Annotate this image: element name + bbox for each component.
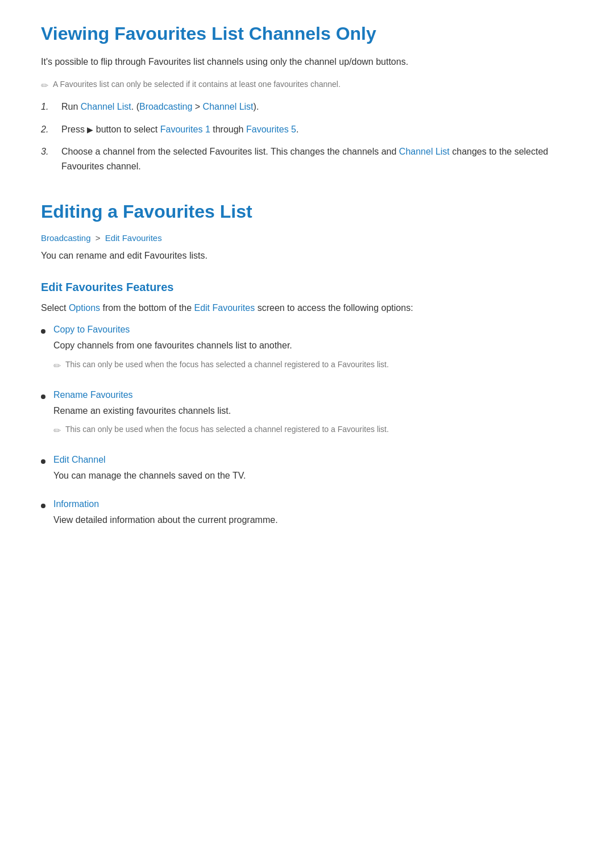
information-title: Information bbox=[53, 499, 573, 509]
breadcrumb: Broadcasting > Edit Favourites bbox=[41, 233, 573, 243]
information-content: Information View detailed information ab… bbox=[53, 499, 573, 532]
step-3: Choose a channel from the selected Favou… bbox=[41, 144, 573, 173]
play-icon: ▶ bbox=[87, 123, 93, 136]
copy-note-text: This can only be used when the focus has… bbox=[65, 359, 389, 371]
information-link[interactable]: Information bbox=[53, 499, 99, 509]
copy-desc: Copy channels from one favourites channe… bbox=[53, 338, 573, 353]
channel-list-link-1[interactable]: Channel List bbox=[81, 102, 131, 111]
bullet-dot-rename bbox=[41, 394, 45, 399]
edit-favourites-features-subsection: Edit Favourites Features Select Options … bbox=[41, 281, 573, 531]
list-item-copy: Copy to Favourites Copy channels from on… bbox=[41, 325, 573, 379]
section1-note: ✏ A Favourites list can only be selected… bbox=[41, 78, 573, 93]
bullet-dot-copy bbox=[41, 329, 45, 334]
rename-content: Rename Favourites Rename an existing fav… bbox=[53, 390, 573, 444]
broadcasting-link-1[interactable]: Broadcasting bbox=[139, 102, 192, 111]
pencil-icon: ✏ bbox=[41, 79, 48, 93]
note-text: A Favourites list can only be selected i… bbox=[53, 78, 341, 90]
list-item-edit-channel: Edit Channel You can manage the channels… bbox=[41, 455, 573, 488]
breadcrumb-separator: > bbox=[96, 233, 103, 243]
copy-note: ✏ This can only be used when the focus h… bbox=[53, 359, 573, 373]
favourites-5-link[interactable]: Favourites 5 bbox=[246, 124, 296, 134]
list-item-information: Information View detailed information ab… bbox=[41, 499, 573, 532]
features-list: Copy to Favourites Copy channels from on… bbox=[41, 325, 573, 531]
rename-note-text: This can only be used when the focus has… bbox=[65, 423, 389, 435]
section2-intro: You can rename and edit Favourites lists… bbox=[41, 248, 573, 263]
subsection-title: Edit Favourites Features bbox=[41, 281, 573, 294]
section-viewing-favourites: Viewing Favourites List Channels Only It… bbox=[41, 23, 573, 173]
step-1-content: Run Channel List. (Broadcasting > Channe… bbox=[61, 99, 259, 114]
step-2: Press ▶ button to select Favourites 1 th… bbox=[41, 122, 573, 137]
edit-favourites-link-2[interactable]: Edit Favourites bbox=[194, 303, 255, 313]
information-desc: View detailed information about the curr… bbox=[53, 513, 573, 528]
section2-title: Editing a Favourites List bbox=[41, 201, 573, 222]
step-2-content: Press ▶ button to select Favourites 1 th… bbox=[61, 122, 298, 137]
rename-desc: Rename an existing favourites channels l… bbox=[53, 404, 573, 418]
rename-title: Rename Favourites bbox=[53, 390, 573, 400]
edit-channel-title: Edit Channel bbox=[53, 455, 573, 465]
copy-title: Copy to Favourites bbox=[53, 325, 573, 335]
rename-favourites-link[interactable]: Rename Favourites bbox=[53, 390, 133, 400]
breadcrumb-edit-favourites-link[interactable]: Edit Favourites bbox=[105, 233, 162, 243]
step-3-content: Choose a channel from the selected Favou… bbox=[61, 144, 573, 173]
copy-to-favourites-link[interactable]: Copy to Favourites bbox=[53, 325, 130, 334]
edit-channel-desc: You can manage the channels saved on the… bbox=[53, 468, 573, 483]
breadcrumb-broadcasting-link[interactable]: Broadcasting bbox=[41, 233, 91, 243]
pencil-icon-rename: ✏ bbox=[53, 424, 61, 438]
favourites-1-link[interactable]: Favourites 1 bbox=[160, 124, 210, 134]
channel-list-link-3[interactable]: Channel List bbox=[399, 147, 450, 156]
channel-list-link-2[interactable]: Channel List bbox=[203, 102, 254, 111]
section-editing-favourites: Editing a Favourites List Broadcasting >… bbox=[41, 201, 573, 531]
steps-list: Run Channel List. (Broadcasting > Channe… bbox=[41, 99, 573, 173]
pencil-icon-copy: ✏ bbox=[53, 359, 61, 373]
rename-note: ✏ This can only be used when the focus h… bbox=[53, 423, 573, 438]
section1-title: Viewing Favourites List Channels Only bbox=[41, 23, 573, 44]
bullet-dot-info bbox=[41, 504, 45, 508]
subsection-intro: Select Options from the bottom of the Ed… bbox=[41, 301, 573, 315]
edit-channel-link[interactable]: Edit Channel bbox=[53, 455, 106, 464]
section1-intro: It's possible to flip through Favourites… bbox=[41, 55, 573, 69]
step-1: Run Channel List. (Broadcasting > Channe… bbox=[41, 99, 573, 114]
options-link[interactable]: Options bbox=[69, 303, 100, 313]
copy-content: Copy to Favourites Copy channels from on… bbox=[53, 325, 573, 379]
bullet-dot-edit bbox=[41, 459, 45, 464]
list-item-rename: Rename Favourites Rename an existing fav… bbox=[41, 390, 573, 444]
edit-channel-content: Edit Channel You can manage the channels… bbox=[53, 455, 573, 488]
